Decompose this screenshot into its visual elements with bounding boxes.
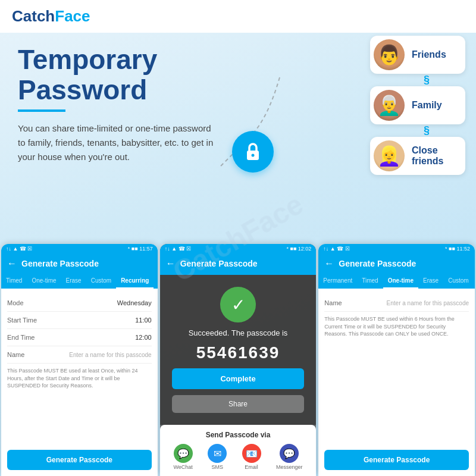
share-btn[interactable]: Share bbox=[172, 395, 305, 413]
phones-area: ↑↓ ▲ ☎ ☒ * ■■ 11:57 ← Generate Passcode … bbox=[0, 244, 476, 476]
main-title: Temporary Password bbox=[18, 45, 268, 105]
complete-btn[interactable]: Complete bbox=[172, 368, 305, 389]
tab-onetime-right[interactable]: One-time bbox=[383, 274, 418, 289]
passcode-number: 55461639 bbox=[196, 343, 280, 362]
title-underline bbox=[18, 109, 65, 112]
tab-recurring-left[interactable]: Recurring bbox=[116, 274, 154, 289]
send-via-icons: 💬 WeChat ✉ SMS 📧 Email 💬 Messenger bbox=[166, 444, 311, 470]
sms-icon: ✉ bbox=[208, 444, 227, 463]
tabs-left: Timed One-time Erase Custom Recurring bbox=[1, 274, 158, 289]
app-title-left: Generate Passcode bbox=[21, 259, 99, 268]
person-card-friends: Friends bbox=[370, 36, 465, 74]
tab-permanent-right[interactable]: Permanent bbox=[318, 274, 357, 289]
end-value: 12:00 bbox=[135, 334, 152, 341]
connector-2: § bbox=[388, 124, 465, 137]
description: You can share time-limited or one-time p… bbox=[18, 121, 220, 164]
status-bar-left: ↑↓ ▲ ☎ ☒ * ■■ 11:57 bbox=[1, 244, 158, 253]
person-label-family: Family bbox=[412, 100, 442, 111]
success-check: ✓ bbox=[220, 287, 256, 322]
wechat-label: WeChat bbox=[173, 464, 192, 470]
tab-custom-left[interactable]: Custom bbox=[86, 274, 116, 289]
lock-icon bbox=[243, 141, 262, 162]
lock-area bbox=[232, 131, 274, 173]
messenger-icon: 💬 bbox=[280, 444, 299, 463]
lock-circle bbox=[232, 131, 274, 173]
connector-1: § bbox=[388, 74, 465, 86]
form-row-start: Start Time 11:00 bbox=[7, 312, 152, 329]
back-button-left[interactable]: ← bbox=[7, 258, 17, 269]
status-left-icons-mid: ↑↓ ▲ ☎ ☒ bbox=[165, 246, 191, 252]
sms-label: SMS bbox=[211, 464, 223, 470]
status-left-icons-right: ↑↓ ▲ ☎ ☒ bbox=[323, 246, 349, 252]
note-left: This Passcode MUST BE used at least Once… bbox=[7, 367, 152, 390]
tabs-right: Permanent Timed One-time Erase Custom bbox=[318, 274, 475, 289]
status-left-icons: ↑↓ ▲ ☎ ☒ bbox=[6, 246, 32, 252]
tab-erase-right[interactable]: Erase bbox=[418, 274, 443, 289]
send-via-title: Send Passcode via bbox=[166, 431, 311, 439]
back-button-middle[interactable]: ← bbox=[166, 258, 176, 269]
person-card-close-friends: Close friends bbox=[370, 137, 465, 175]
name-placeholder-right[interactable]: Enter a name for this passcode bbox=[387, 300, 469, 306]
back-button-right[interactable]: ← bbox=[324, 258, 334, 269]
generate-btn-left[interactable]: Generate Passcode bbox=[7, 450, 152, 470]
send-via-section: Send Passcode via 💬 WeChat ✉ SMS 📧 Email bbox=[160, 425, 317, 476]
success-text: Succeeded. The passcode is bbox=[189, 328, 288, 337]
app-header-bar: CatchFace bbox=[0, 0, 476, 33]
app-header-right: ← Generate Passcode bbox=[318, 253, 475, 274]
person-label-friends: Friends bbox=[412, 49, 446, 60]
send-icon-sms[interactable]: ✉ SMS bbox=[208, 444, 227, 470]
person-cards-container: Friends § Family § Close friends bbox=[370, 36, 465, 175]
messenger-label: Messenger bbox=[276, 464, 303, 470]
name-label-left: Name bbox=[7, 351, 24, 358]
logo-catch: Catch bbox=[12, 7, 55, 25]
send-icon-wechat[interactable]: 💬 WeChat bbox=[173, 444, 192, 470]
phone-right: ↑↓ ▲ ☎ ☒ * ■■ 11:52 ← Generate Passcode … bbox=[318, 244, 475, 476]
tab-timed-right[interactable]: Timed bbox=[357, 274, 383, 289]
person-card-family: Family bbox=[370, 86, 465, 124]
tab-onetime-left[interactable]: One-time bbox=[27, 274, 61, 289]
form-area-right: Name Enter a name for this passcode This… bbox=[318, 289, 475, 476]
app-title-middle: Generate Passcode bbox=[180, 259, 258, 268]
tab-timed-left[interactable]: Timed bbox=[1, 274, 27, 289]
avatar-close-friends bbox=[374, 140, 405, 171]
tab-custom-right[interactable]: Custom bbox=[443, 274, 473, 289]
name-placeholder-left[interactable]: Enter a name for this passcode bbox=[69, 352, 151, 358]
success-area: ✓ Succeeded. The passcode is 55461639 Co… bbox=[160, 275, 317, 425]
status-right-info-right: * ■■ 11:52 bbox=[445, 246, 470, 252]
start-label: Start Time bbox=[7, 317, 37, 324]
avatar-family bbox=[374, 90, 405, 121]
avatar-friends bbox=[374, 39, 405, 70]
status-bar-middle: ↑↓ ▲ ☎ ☒ * ■■ 12:02 bbox=[160, 244, 317, 253]
start-value: 11:00 bbox=[135, 317, 152, 324]
person-label-close-friends: Close friends bbox=[412, 145, 456, 167]
svg-point-1 bbox=[252, 154, 255, 157]
app-header-left: ← Generate Passcode bbox=[1, 253, 158, 274]
page: CatchFace Temporary Password You can sha… bbox=[0, 0, 476, 476]
generate-btn-right[interactable]: Generate Passcode bbox=[324, 450, 469, 470]
status-right-info-mid: * ■■ 12:02 bbox=[286, 246, 311, 252]
end-label: End Time bbox=[7, 334, 35, 341]
form-row-end: End Time 12:00 bbox=[7, 329, 152, 346]
logo: CatchFace bbox=[12, 7, 90, 26]
logo-face: Face bbox=[55, 7, 90, 25]
mode-label: Mode bbox=[7, 299, 24, 306]
note-right: This Passcode MUST BE used within 6 Hour… bbox=[324, 315, 469, 338]
name-label-right: Name bbox=[324, 299, 342, 306]
form-area-left: Mode Wednesday Start Time 11:00 End Time… bbox=[1, 289, 158, 476]
send-icon-messenger[interactable]: 💬 Messenger bbox=[276, 444, 303, 470]
app-header-middle: ← Generate Passcode bbox=[160, 253, 317, 274]
wechat-icon: 💬 bbox=[174, 444, 193, 463]
tab-erase-left[interactable]: Erase bbox=[61, 274, 86, 289]
email-icon: 📧 bbox=[242, 444, 261, 463]
email-label: Email bbox=[245, 464, 258, 470]
mode-value: Wednesday bbox=[117, 299, 152, 306]
app-title-right: Generate Passcode bbox=[339, 259, 416, 268]
phone-left: ↑↓ ▲ ☎ ☒ * ■■ 11:57 ← Generate Passcode … bbox=[1, 244, 158, 476]
send-icon-email[interactable]: 📧 Email bbox=[242, 444, 261, 470]
form-row-name-right: Name Enter a name for this passcode bbox=[324, 295, 469, 312]
phone-middle: ↑↓ ▲ ☎ ☒ * ■■ 12:02 ← Generate Passcode … bbox=[160, 244, 317, 476]
status-bar-right: ↑↓ ▲ ☎ ☒ * ■■ 11:52 bbox=[318, 244, 475, 253]
left-content: Temporary Password You can share time-li… bbox=[18, 45, 268, 164]
form-row-mode: Mode Wednesday bbox=[7, 295, 152, 312]
status-right-info: * ■■ 11:57 bbox=[128, 246, 153, 252]
